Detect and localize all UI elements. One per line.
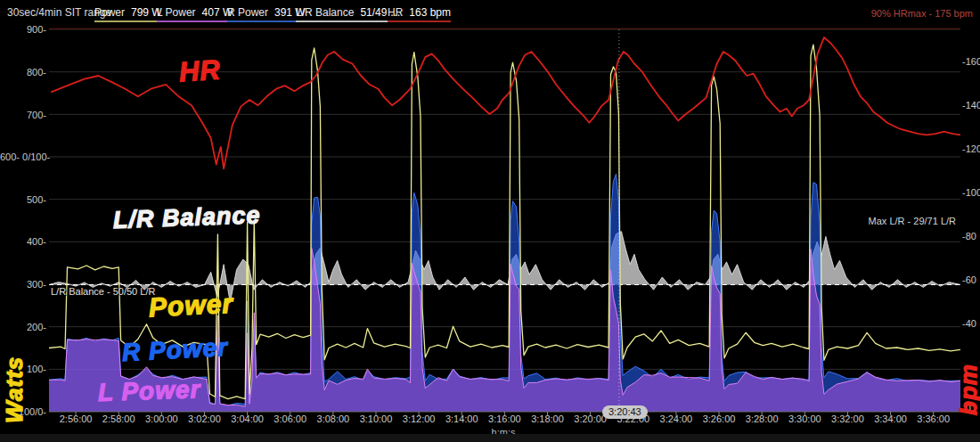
x-tick-label: 2:58:00 xyxy=(102,413,135,424)
x-tick-label: 3:36:00 xyxy=(917,413,950,424)
y-axis-label: 500- xyxy=(0,194,46,205)
legend-metric-hr[interactable]: HR163 bpm xyxy=(388,6,451,22)
metric-name: L Power xyxy=(157,6,196,19)
y-axis-label: 900- xyxy=(0,24,46,35)
x-tick-label: 3:02:00 xyxy=(188,413,221,424)
annotation-hr: HR xyxy=(178,53,222,88)
metric-name: R Power xyxy=(227,6,268,19)
x-tick-label: 3:06:00 xyxy=(274,413,306,424)
x-tick-label: 3:00:00 xyxy=(145,413,178,424)
annotation-bpm-axis: bpm xyxy=(955,351,980,415)
annotation-watts-axis: Watts xyxy=(1,348,29,423)
x-tick-label: 3:28:00 xyxy=(746,413,779,424)
x-tick-label: 3:10:00 xyxy=(360,413,393,424)
x-tick-label: 3:16:00 xyxy=(488,413,521,424)
metric-name: HR xyxy=(388,6,403,19)
metric-name: Power xyxy=(94,6,125,19)
x-tick-label: 3:18:00 xyxy=(531,413,564,424)
sit-interval-chart-window: { "header": { "range_label": "30sec/4min… xyxy=(0,0,980,442)
y-axis-label-right: -80 xyxy=(962,231,976,241)
annotation-l-power: L Power xyxy=(97,375,200,407)
x-tick-label: 3:20:00 xyxy=(574,413,607,424)
x-tick-label: 3:04:00 xyxy=(231,413,264,424)
legend-metric-power[interactable]: Power799 W xyxy=(94,6,162,22)
y-axis-label-right: -160 xyxy=(962,56,980,67)
y-axis-label-right: -100 xyxy=(962,187,980,198)
y-axis-label-right: -40 xyxy=(962,318,976,329)
y-axis-label: 600- 0/100- xyxy=(0,151,46,162)
x-tick-label: 3:26:00 xyxy=(703,413,736,424)
x-tick-label: 3:32:00 xyxy=(831,413,864,424)
y-axis-label: 400- xyxy=(0,236,46,247)
y-axis-label-right: -60 xyxy=(962,274,976,285)
y-axis-label-right: -120 xyxy=(962,143,980,154)
y-axis-label: 300- xyxy=(0,279,46,290)
metric-value: 163 bpm xyxy=(409,6,451,19)
annotation-lr-balance: L/R Balance xyxy=(113,201,262,234)
x-tick-label: 2:56:00 xyxy=(60,413,93,424)
annotation-r-power: R Power xyxy=(121,333,229,367)
legend-metric-r-power[interactable]: R Power391 W xyxy=(227,6,306,22)
max-lr-label: Max L/R - 29/71 L/R xyxy=(869,216,956,226)
window-bottom-edge xyxy=(0,434,980,442)
x-tick-label: 3:24:00 xyxy=(660,413,693,424)
y-axis-label: 800- xyxy=(0,67,46,78)
x-tick-label: 3:08:00 xyxy=(317,413,350,424)
y-axis-label: 700- xyxy=(0,110,46,120)
metric-name: L/R Balance xyxy=(296,6,354,19)
x-tick-label: 3:12:00 xyxy=(403,413,436,424)
x-tick-label: 3:30:00 xyxy=(788,413,821,424)
legend-metric-l-r-balance[interactable]: L/R Balance51/49 … xyxy=(296,6,401,22)
legend-metric-l-power[interactable]: L Power407 W xyxy=(157,6,233,22)
y-axis-label: 200- xyxy=(0,322,46,332)
chart-header: 30sec/4min SIT range Power799 WL Power40… xyxy=(0,0,980,24)
x-tick-label: 3:34:00 xyxy=(874,413,907,424)
hrmax-threshold-label: 90% HRmax - 175 bpm xyxy=(871,8,973,19)
cursor-time-pill[interactable]: 3:20:43 xyxy=(602,405,648,419)
balance-5050-line-label: L/R Balance - 50/50 L/R xyxy=(51,286,155,297)
y-axis-label-right: -140 xyxy=(962,100,980,110)
x-tick-label: 3:14:00 xyxy=(445,413,478,424)
annotation-power: Power xyxy=(148,289,234,323)
